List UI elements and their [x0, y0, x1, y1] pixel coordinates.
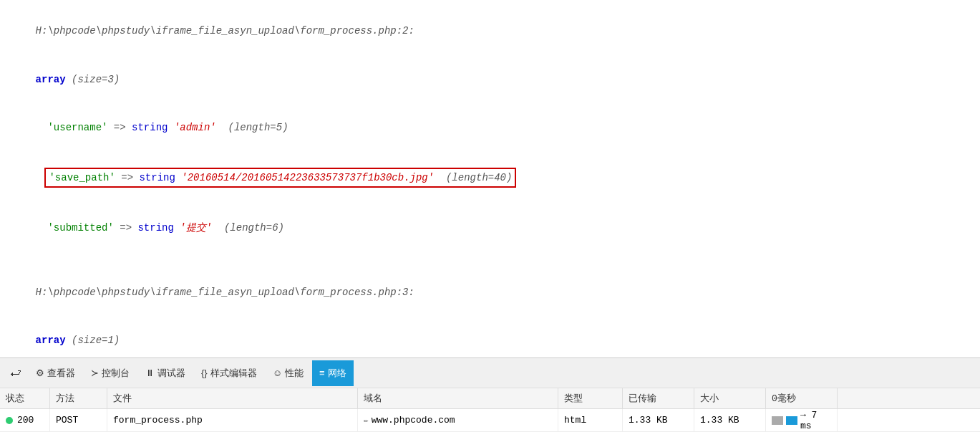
block2-filepath: H:\phpcode\phpstudy\iframe_file_asyn_upl… [11, 268, 969, 316]
toolbar-style-btn[interactable]: {} 样式编辑器 [194, 360, 264, 386]
time-bar-blue [786, 416, 797, 425]
time-bar [772, 416, 797, 425]
row-status: 200 [0, 409, 50, 431]
network-label: 网络 [328, 367, 346, 380]
status-dot [6, 417, 13, 424]
header-size: 大小 [694, 388, 766, 408]
header-file: 文件 [107, 388, 358, 408]
performance-label: 性能 [285, 367, 304, 380]
header-type: 类型 [558, 388, 623, 408]
time-bar-gray [772, 416, 783, 425]
console-label: 控制台 [102, 367, 130, 380]
network-icon: ≡ [319, 368, 325, 378]
code-row-save-path: 'save_path' => string '20160514/20160514… [11, 152, 969, 204]
header-status: 状态 [0, 388, 50, 408]
row-type: html [558, 409, 623, 431]
style-icon: {} [201, 368, 208, 378]
toolbar-performance-btn[interactable]: ☺ 性能 [266, 360, 311, 386]
toolbar-network-btn[interactable]: ≡ 网络 [312, 360, 354, 386]
block1-filepath: H:\phpcode\phpstudy\iframe_file_asyn_upl… [11, 7, 969, 55]
row-time: → 7 ms [766, 409, 838, 431]
block1-array-decl: array (size=3) [11, 55, 969, 103]
code-row-submitted: 'submitted' => string '提交' (length=6) [11, 204, 969, 252]
toolbar-debugger-btn[interactable]: ⏸ 调试器 [138, 360, 193, 386]
row-domain: ✏ www.phpcode.com [358, 409, 558, 431]
console-icon: ≻ [91, 368, 99, 378]
row-sent: 1.33 KB [623, 409, 694, 431]
table-row[interactable]: 200 POST form_process.php ✏ www.phpcode.… [0, 409, 980, 432]
header-sent: 已传输 [623, 388, 694, 408]
header-method: 方法 [50, 388, 107, 408]
row-file: form_process.php [107, 409, 358, 431]
debugger-label: 调试器 [157, 367, 185, 380]
block2-array-decl: array (size=1) [11, 316, 969, 357]
style-label: 样式编辑器 [210, 367, 257, 380]
header-time: 0毫秒 [766, 388, 838, 408]
pointer-icon: ⮐ [10, 367, 21, 380]
performance-icon: ☺ [273, 368, 282, 378]
domain-icon: ✏ [364, 416, 369, 425]
devtools-toolbar: ⮐ ⚙ 查看器 ≻ 控制台 ⏸ 调试器 {} 样式编辑器 ☺ 性能 ≡ 网络 [0, 357, 980, 388]
code-output-area: H:\phpcode\phpstudy\iframe_file_asyn_upl… [0, 0, 980, 357]
network-table-header: 状态 方法 文件 域名 类型 已传输 大小 0毫秒 [0, 388, 980, 409]
debugger-icon: ⏸ [145, 368, 155, 378]
inspector-icon: ⚙ [36, 368, 44, 378]
header-domain: 域名 [358, 388, 558, 408]
toolbar-inspector-btn[interactable]: ⚙ 查看器 [29, 360, 82, 386]
toolbar-pointer-btn[interactable]: ⮐ [4, 360, 27, 386]
row-method: POST [50, 409, 107, 431]
inspector-label: 查看器 [47, 367, 75, 380]
code-row-username: 'username' => string 'admin' (length=5) [11, 103, 969, 151]
toolbar-console-btn[interactable]: ≻ 控制台 [84, 360, 137, 386]
row-size: 1.33 KB [694, 409, 766, 431]
